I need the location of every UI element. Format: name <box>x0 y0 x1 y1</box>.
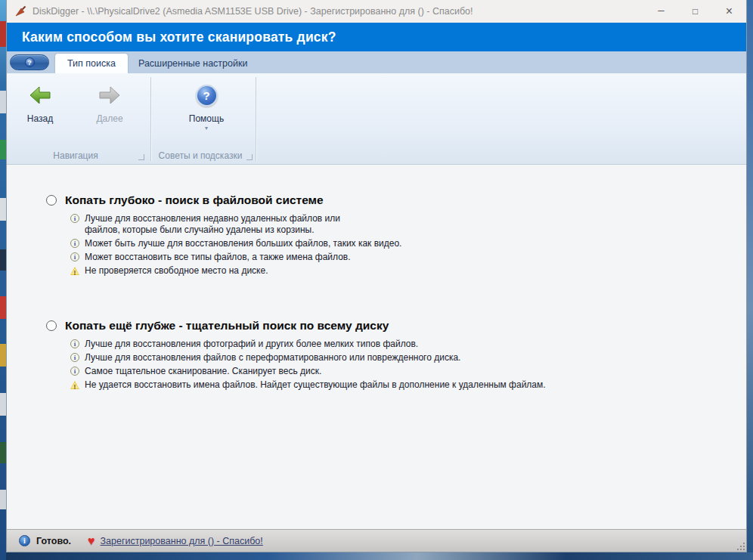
diskdigger-window: DiskDigger - \\.\PhysicalDrive2 (Asmedia… <box>6 0 747 552</box>
info-icon <box>70 353 79 362</box>
wizard-question-banner: Каким способом вы хотите сканировать дис… <box>7 23 746 51</box>
next-button-label: Далее <box>96 113 122 124</box>
resize-grip[interactable] <box>736 541 745 550</box>
tab-advanced-settings[interactable]: Расширенные настройки <box>126 54 259 73</box>
question-badge-icon: ? <box>25 57 35 67</box>
registration-link[interactable]: Зарегистрированно для () - Спасибо! <box>101 536 263 546</box>
tab-search-type[interactable]: Тип поиска <box>55 54 128 73</box>
option-title[interactable]: Копать глубоко - поиск в файловой систем… <box>65 193 324 207</box>
option-point: Может восстановить все типы файлов, а та… <box>7 252 746 263</box>
help-button[interactable]: ? Помощь ▾ <box>175 82 238 131</box>
status-bar: Готово. ♥ Зарегистрированно для () - Спа… <box>7 529 746 552</box>
desktop-edge-left <box>0 0 6 560</box>
option-point: Не проверяется свободное место на диске. <box>7 265 746 277</box>
tab-strip: ? Тип поиска Расширенные настройки <box>7 51 746 73</box>
option-title[interactable]: Копать ещё глубже - тщательный поиск по … <box>65 319 389 333</box>
wizard-question-text: Каким способом вы хотите сканировать дис… <box>22 29 336 45</box>
dialog-launcher-icon[interactable] <box>138 154 144 160</box>
ribbon: Назад Далее ? Помощь ▾ Навигация <box>7 73 746 165</box>
option-dig-deeper: Копать ещё глубже - тщательный поиск по … <box>7 319 746 393</box>
window-controls: – □ × <box>644 0 746 23</box>
next-arrow-icon <box>98 86 121 104</box>
app-trowel-icon <box>14 5 26 17</box>
group-label-navigation: Навигация <box>7 150 144 162</box>
ribbon-group-separator <box>256 77 256 161</box>
minimize-button[interactable]: – <box>644 0 678 23</box>
info-icon <box>70 252 79 261</box>
maximize-button[interactable]: □ <box>678 0 712 23</box>
group-label-tips: Советы и подсказки <box>150 150 250 162</box>
window-title: DiskDigger - \\.\PhysicalDrive2 (Asmedia… <box>33 6 644 17</box>
desktop-edge-bottom <box>6 552 753 560</box>
tab-label: Расширенные настройки <box>138 58 247 69</box>
info-icon <box>70 214 79 223</box>
title-bar: DiskDigger - \\.\PhysicalDrive2 (Asmedia… <box>7 0 746 23</box>
help-button-label: Помощь <box>189 113 224 124</box>
warning-icon <box>70 267 79 275</box>
status-ready-text: Готово. <box>36 536 71 546</box>
point-text: Лучше для восстановления файлов с перефо… <box>85 352 460 364</box>
option-point: Лучше для восстановления фотографий и др… <box>7 339 746 350</box>
scan-options-panel: Копать глубоко - поиск в файловой систем… <box>7 165 746 529</box>
back-button[interactable]: Назад <box>13 82 67 124</box>
info-icon <box>70 339 79 348</box>
desktop-edge-right <box>747 0 753 560</box>
option-point: Лучше для восстановления недавно удаленн… <box>7 213 746 236</box>
status-info-icon <box>19 535 30 546</box>
point-text: Лучше для восстановления недавно удаленн… <box>85 213 340 236</box>
heart-icon: ♥ <box>88 534 95 548</box>
option-point: Не удается восстановить имена файлов. На… <box>7 379 746 391</box>
close-button[interactable]: × <box>712 0 746 23</box>
back-button-label: Назад <box>27 113 53 124</box>
point-text: Может восстановить все типы файлов, а та… <box>85 252 351 263</box>
tab-label: Тип поиска <box>67 58 116 69</box>
help-question-icon: ? <box>196 85 218 107</box>
option-point: Может быть лучше для восстановления боль… <box>7 238 746 249</box>
info-icon <box>70 239 79 248</box>
point-text: Не проверяется свободное место на диске. <box>85 265 268 277</box>
radio-dig-deeper[interactable] <box>46 320 57 331</box>
option-dig-deep: Копать глубоко - поиск в файловой систем… <box>7 193 746 279</box>
help-dropdown-caret-icon[interactable]: ▾ <box>205 126 208 131</box>
option-point: Самое тщательное сканирование. Сканирует… <box>7 366 746 377</box>
point-text: Не удается восстановить имена файлов. На… <box>85 379 546 391</box>
ribbon-help-pill-button[interactable]: ? <box>10 54 49 70</box>
back-arrow-icon <box>29 86 51 104</box>
dialog-launcher-icon[interactable] <box>246 154 253 160</box>
warning-icon <box>70 381 79 389</box>
next-button[interactable]: Далее <box>82 82 137 124</box>
point-text: Лучше для восстановления фотографий и др… <box>85 339 418 350</box>
ribbon-group-separator <box>150 77 151 161</box>
radio-dig-deep[interactable] <box>46 195 57 206</box>
option-point: Лучше для восстановления файлов с перефо… <box>7 352 746 364</box>
point-text: Самое тщательное сканирование. Сканирует… <box>85 366 321 377</box>
point-text: Может быть лучше для восстановления боль… <box>85 238 401 249</box>
info-icon <box>70 367 79 376</box>
